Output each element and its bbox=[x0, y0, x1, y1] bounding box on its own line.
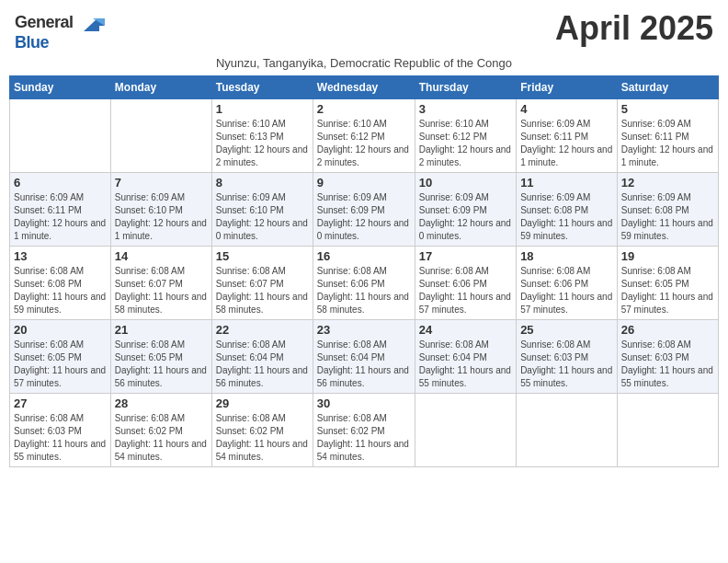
day-number: 15 bbox=[216, 249, 309, 263]
calendar-cell: 19Sunrise: 6:08 AMSunset: 6:05 PMDayligh… bbox=[617, 246, 718, 319]
logo: General Blue bbox=[15, 13, 107, 52]
day-number: 2 bbox=[317, 102, 411, 116]
day-detail: Sunrise: 6:08 AMSunset: 6:07 PMDaylight:… bbox=[115, 265, 208, 316]
day-number: 14 bbox=[115, 249, 208, 263]
day-number: 30 bbox=[317, 396, 411, 410]
calendar-subtitle: Nyunzu, Tanganyika, Democratic Republic … bbox=[9, 56, 719, 70]
day-number: 18 bbox=[520, 249, 613, 263]
day-number: 13 bbox=[14, 249, 107, 263]
calendar-cell: 15Sunrise: 6:08 AMSunset: 6:07 PMDayligh… bbox=[211, 246, 313, 319]
day-detail: Sunrise: 6:08 AMSunset: 6:02 PMDaylight:… bbox=[216, 412, 309, 464]
calendar-cell: 21Sunrise: 6:08 AMSunset: 6:05 PMDayligh… bbox=[110, 319, 211, 393]
weekday-header: Monday bbox=[110, 75, 211, 98]
day-number: 5 bbox=[621, 102, 714, 116]
day-detail: Sunrise: 6:08 AMSunset: 6:05 PMDaylight:… bbox=[115, 339, 208, 390]
calendar-cell bbox=[110, 98, 211, 172]
day-detail: Sunrise: 6:09 AMSunset: 6:11 PMDaylight:… bbox=[14, 191, 107, 243]
day-detail: Sunrise: 6:08 AMSunset: 6:04 PMDaylight:… bbox=[317, 339, 411, 390]
day-number: 17 bbox=[419, 249, 512, 263]
calendar-week-row: 20Sunrise: 6:08 AMSunset: 6:05 PMDayligh… bbox=[10, 319, 719, 393]
day-detail: Sunrise: 6:09 AMSunset: 6:09 PMDaylight:… bbox=[419, 191, 512, 243]
day-detail: Sunrise: 6:09 AMSunset: 6:09 PMDaylight:… bbox=[317, 191, 411, 243]
day-detail: Sunrise: 6:09 AMSunset: 6:08 PMDaylight:… bbox=[520, 191, 613, 243]
day-detail: Sunrise: 6:08 AMSunset: 6:03 PMDaylight:… bbox=[520, 339, 613, 390]
page-header: General Blue April 2025 bbox=[9, 9, 719, 52]
day-number: 10 bbox=[419, 176, 512, 190]
month-title: April 2025 bbox=[555, 9, 713, 48]
day-number: 12 bbox=[621, 176, 714, 190]
calendar-cell: 3Sunrise: 6:10 AMSunset: 6:12 PMDaylight… bbox=[415, 98, 516, 172]
calendar-cell: 26Sunrise: 6:08 AMSunset: 6:03 PMDayligh… bbox=[617, 319, 718, 393]
calendar-header: SundayMondayTuesdayWednesdayThursdayFrid… bbox=[10, 75, 719, 98]
day-number: 20 bbox=[14, 323, 107, 337]
day-number: 8 bbox=[216, 176, 309, 190]
calendar-cell bbox=[10, 98, 111, 172]
calendar-cell: 8Sunrise: 6:09 AMSunset: 6:10 PMDaylight… bbox=[211, 172, 313, 246]
day-number: 23 bbox=[317, 323, 411, 337]
day-detail: Sunrise: 6:10 AMSunset: 6:13 PMDaylight:… bbox=[216, 118, 309, 169]
day-detail: Sunrise: 6:08 AMSunset: 6:06 PMDaylight:… bbox=[419, 265, 512, 316]
calendar-cell: 11Sunrise: 6:09 AMSunset: 6:08 PMDayligh… bbox=[517, 172, 618, 246]
calendar-cell: 25Sunrise: 6:08 AMSunset: 6:03 PMDayligh… bbox=[517, 319, 618, 393]
day-detail: Sunrise: 6:08 AMSunset: 6:03 PMDaylight:… bbox=[621, 339, 714, 390]
day-detail: Sunrise: 6:09 AMSunset: 6:11 PMDaylight:… bbox=[621, 118, 714, 169]
day-number: 3 bbox=[419, 102, 512, 116]
day-number: 27 bbox=[14, 396, 107, 410]
calendar-cell: 30Sunrise: 6:08 AMSunset: 6:02 PMDayligh… bbox=[313, 393, 415, 466]
logo-general-text: General bbox=[15, 13, 74, 31]
day-detail: Sunrise: 6:08 AMSunset: 6:05 PMDaylight:… bbox=[621, 265, 714, 316]
weekday-header: Saturday bbox=[617, 75, 718, 98]
calendar-cell: 14Sunrise: 6:08 AMSunset: 6:07 PMDayligh… bbox=[110, 246, 211, 319]
day-detail: Sunrise: 6:08 AMSunset: 6:08 PMDaylight:… bbox=[14, 265, 107, 316]
day-detail: Sunrise: 6:08 AMSunset: 6:03 PMDaylight:… bbox=[14, 412, 107, 464]
day-detail: Sunrise: 6:08 AMSunset: 6:05 PMDaylight:… bbox=[14, 339, 107, 390]
calendar-cell: 9Sunrise: 6:09 AMSunset: 6:09 PMDaylight… bbox=[313, 172, 415, 246]
day-detail: Sunrise: 6:08 AMSunset: 6:02 PMDaylight:… bbox=[115, 412, 208, 464]
calendar-week-row: 6Sunrise: 6:09 AMSunset: 6:11 PMDaylight… bbox=[10, 172, 719, 246]
day-number: 24 bbox=[419, 323, 512, 337]
day-detail: Sunrise: 6:10 AMSunset: 6:12 PMDaylight:… bbox=[419, 118, 512, 169]
calendar-cell: 4Sunrise: 6:09 AMSunset: 6:11 PMDaylight… bbox=[517, 98, 618, 172]
calendar-table: SundayMondayTuesdayWednesdayThursdayFrid… bbox=[9, 75, 719, 467]
day-number: 16 bbox=[317, 249, 411, 263]
calendar-body: 1Sunrise: 6:10 AMSunset: 6:13 PMDaylight… bbox=[10, 98, 719, 466]
day-detail: Sunrise: 6:09 AMSunset: 6:10 PMDaylight:… bbox=[115, 191, 208, 243]
calendar-cell: 28Sunrise: 6:08 AMSunset: 6:02 PMDayligh… bbox=[110, 393, 211, 466]
day-detail: Sunrise: 6:09 AMSunset: 6:08 PMDaylight:… bbox=[621, 191, 714, 243]
weekday-header: Friday bbox=[517, 75, 618, 98]
weekday-header: Thursday bbox=[415, 75, 516, 98]
calendar-cell bbox=[415, 393, 516, 466]
calendar-cell: 18Sunrise: 6:08 AMSunset: 6:06 PMDayligh… bbox=[517, 246, 618, 319]
day-detail: Sunrise: 6:08 AMSunset: 6:04 PMDaylight:… bbox=[419, 339, 512, 390]
day-detail: Sunrise: 6:08 AMSunset: 6:04 PMDaylight:… bbox=[216, 339, 309, 390]
calendar-cell bbox=[617, 393, 718, 466]
calendar-cell: 6Sunrise: 6:09 AMSunset: 6:11 PMDaylight… bbox=[10, 172, 111, 246]
calendar-cell: 17Sunrise: 6:08 AMSunset: 6:06 PMDayligh… bbox=[415, 246, 516, 319]
calendar-cell bbox=[517, 393, 618, 466]
day-detail: Sunrise: 6:08 AMSunset: 6:06 PMDaylight:… bbox=[520, 265, 613, 316]
day-number: 19 bbox=[621, 249, 714, 263]
calendar-week-row: 1Sunrise: 6:10 AMSunset: 6:13 PMDaylight… bbox=[10, 98, 719, 172]
weekday-header: Tuesday bbox=[211, 75, 313, 98]
calendar-cell: 2Sunrise: 6:10 AMSunset: 6:12 PMDaylight… bbox=[313, 98, 415, 172]
day-number: 6 bbox=[14, 176, 107, 190]
day-detail: Sunrise: 6:09 AMSunset: 6:11 PMDaylight:… bbox=[520, 118, 613, 169]
calendar-cell: 1Sunrise: 6:10 AMSunset: 6:13 PMDaylight… bbox=[211, 98, 313, 172]
calendar-cell: 27Sunrise: 6:08 AMSunset: 6:03 PMDayligh… bbox=[10, 393, 111, 466]
day-detail: Sunrise: 6:09 AMSunset: 6:10 PMDaylight:… bbox=[216, 191, 309, 243]
calendar-week-row: 13Sunrise: 6:08 AMSunset: 6:08 PMDayligh… bbox=[10, 246, 719, 319]
logo-icon bbox=[79, 15, 107, 33]
calendar-cell: 5Sunrise: 6:09 AMSunset: 6:11 PMDaylight… bbox=[617, 98, 718, 172]
logo-blue-text: Blue bbox=[15, 33, 49, 52]
calendar-cell: 20Sunrise: 6:08 AMSunset: 6:05 PMDayligh… bbox=[10, 319, 111, 393]
day-detail: Sunrise: 6:08 AMSunset: 6:06 PMDaylight:… bbox=[317, 265, 411, 316]
day-number: 1 bbox=[216, 102, 309, 116]
day-number: 25 bbox=[520, 323, 613, 337]
day-number: 4 bbox=[520, 102, 613, 116]
day-detail: Sunrise: 6:10 AMSunset: 6:12 PMDaylight:… bbox=[317, 118, 411, 169]
calendar-cell: 24Sunrise: 6:08 AMSunset: 6:04 PMDayligh… bbox=[415, 319, 516, 393]
calendar-cell: 23Sunrise: 6:08 AMSunset: 6:04 PMDayligh… bbox=[313, 319, 415, 393]
day-detail: Sunrise: 6:08 AMSunset: 6:07 PMDaylight:… bbox=[216, 265, 309, 316]
weekday-header: Sunday bbox=[10, 75, 111, 98]
day-number: 22 bbox=[216, 323, 309, 337]
